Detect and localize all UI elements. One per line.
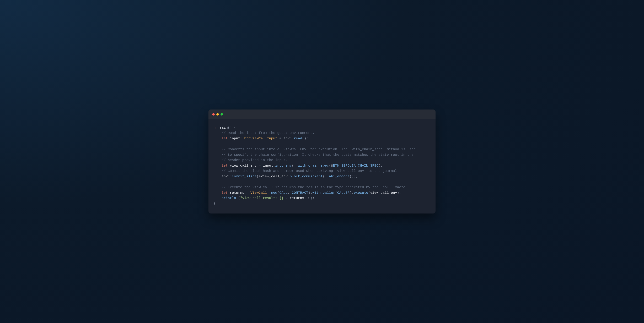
token-punct: , <box>286 196 290 200</box>
code-window: fn main() { // Read the input from the g… <box>208 109 436 214</box>
token-comment: // Commit the block hash and number used… <box>222 169 399 173</box>
code-line <box>213 179 431 185</box>
token-punct: ( <box>329 164 331 168</box>
token-kw: let <box>222 191 228 195</box>
token-comment: // Execute the view call; it returns the… <box>222 185 407 189</box>
token-punct: = <box>244 191 250 195</box>
token-punct: :: <box>228 174 232 178</box>
code-line: env::commit_slice(&view_call_env.block_c… <box>213 174 431 179</box>
token-ident: main <box>218 126 228 130</box>
code-line: let returns = ViewCall::new(CALL, CONTRA… <box>213 190 431 196</box>
token-ident: returns <box>290 196 304 200</box>
token-indent <box>213 147 222 151</box>
token-punct: ) <box>308 191 310 195</box>
token-func: abi_encode <box>329 174 350 178</box>
token-punct: = <box>277 136 284 140</box>
code-line: // to specify the chain configuration. I… <box>213 152 431 158</box>
token-ident: env <box>284 136 290 140</box>
token-indent <box>213 164 222 168</box>
code-editor[interactable]: fn main() { // Read the input from the g… <box>208 119 436 214</box>
token-punct: . <box>296 164 298 168</box>
token-string: "View call result: {}" <box>240 196 286 200</box>
token-ident: input <box>228 136 240 140</box>
token-comment: // Converts the input into a `ViewCallEn… <box>222 147 416 151</box>
code-line: // Execute the view call; it returns the… <box>213 185 431 190</box>
token-func: read <box>294 136 302 140</box>
token-indent <box>213 174 222 178</box>
token-func: with_caller <box>312 191 335 195</box>
zoom-icon[interactable] <box>220 113 223 115</box>
token-punct: () <box>292 164 296 168</box>
token-indent <box>213 185 222 189</box>
token-func: commit_slice <box>232 174 257 178</box>
token-indent <box>213 136 222 140</box>
token-punct: . <box>273 164 275 168</box>
token-punct: :: <box>290 136 294 140</box>
token-punct: . <box>310 191 312 195</box>
code-line: } <box>213 201 431 206</box>
token-kw: fn <box>213 126 218 130</box>
code-line: let input: EthViewCallInput = env::read(… <box>213 136 431 141</box>
token-ident: view_call_env <box>261 174 288 178</box>
token-punct: } <box>213 202 215 206</box>
token-indent <box>213 191 222 195</box>
token-comment: // header provided in the input. <box>222 158 288 162</box>
token-comment: // to specify the chain configuration. I… <box>222 153 414 157</box>
token-macro: println! <box>222 196 238 200</box>
token-punct: ( <box>238 196 240 200</box>
token-func: with_chain_spec <box>298 164 329 168</box>
token-punct: ); <box>310 196 314 200</box>
token-ident: view_call_env <box>370 191 397 195</box>
code-line: println!("View call result: {}", returns… <box>213 195 431 201</box>
token-ident: view_call_env <box>228 164 257 168</box>
code-line: // Commit the block hash and number used… <box>213 168 431 174</box>
token-kw: let <box>222 136 228 140</box>
code-line <box>213 141 431 147</box>
token-punct: ); <box>397 191 401 195</box>
token-punct: { <box>232 126 236 130</box>
token-ident: _0 <box>306 196 310 200</box>
code-line: // header provided in the input. <box>213 157 431 163</box>
token-ident: input <box>263 164 273 168</box>
token-punct: . <box>304 196 306 200</box>
token-indent <box>213 153 222 157</box>
token-func: new <box>271 191 277 195</box>
token-ident: returns <box>228 191 244 195</box>
token-punct: ( <box>277 191 279 195</box>
code-line: fn main() { <box>213 125 431 130</box>
token-punct: ( <box>257 174 259 178</box>
token-const: CALL <box>279 191 288 195</box>
token-indent <box>213 131 222 135</box>
token-punct: = <box>257 164 263 168</box>
token-punct: & <box>259 174 261 178</box>
code-line: let view_call_env = input.into_env().wit… <box>213 163 431 168</box>
token-punct: . <box>288 174 290 178</box>
token-func: block_commitment <box>290 174 323 178</box>
token-comment: // Read the input from the guest environ… <box>222 131 314 135</box>
token-punct: . <box>352 191 354 195</box>
token-punct: & <box>331 164 333 168</box>
token-punct: . <box>327 174 329 178</box>
code-line: // Read the input from the guest environ… <box>213 130 431 136</box>
minimize-icon[interactable] <box>216 113 219 115</box>
close-icon[interactable] <box>212 113 215 115</box>
code-line: // Converts the input into a `ViewCallEn… <box>213 147 431 152</box>
token-punct: , <box>288 191 292 195</box>
token-type: ViewCall <box>250 191 267 195</box>
token-punct: ); <box>378 164 382 168</box>
token-punct: (); <box>302 136 308 140</box>
token-type: EthViewCallInput <box>244 136 277 140</box>
token-punct: ()); <box>350 174 358 178</box>
token-punct: ( <box>368 191 370 195</box>
token-punct: :: <box>267 191 271 195</box>
token-ident: env <box>222 174 228 178</box>
token-const: CALLER <box>337 191 350 195</box>
token-punct: () <box>323 174 327 178</box>
token-punct: : <box>240 136 244 140</box>
token-func: execute <box>354 191 368 195</box>
token-const: CONTRACT <box>292 191 308 195</box>
token-kw: let <box>222 164 228 168</box>
token-indent <box>213 158 222 162</box>
token-const: ETH_SEPOLIA_CHAIN_SPEC <box>333 164 378 168</box>
token-indent <box>213 196 222 200</box>
